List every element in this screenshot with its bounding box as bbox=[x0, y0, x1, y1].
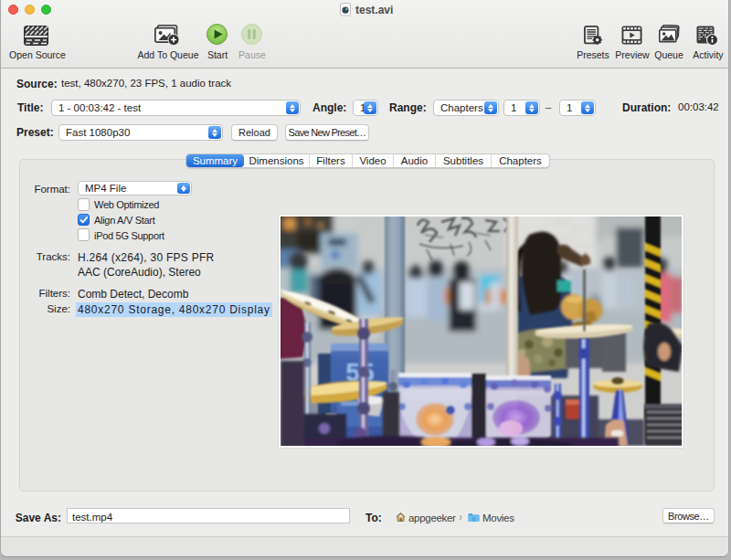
svg-text:25-0: 25-0 bbox=[553, 217, 570, 226]
svg-text:|||: ||| bbox=[472, 516, 476, 522]
svg-text:3-11: 3-11 bbox=[575, 241, 592, 249]
svg-text:0-11: 0-11 bbox=[573, 225, 590, 233]
